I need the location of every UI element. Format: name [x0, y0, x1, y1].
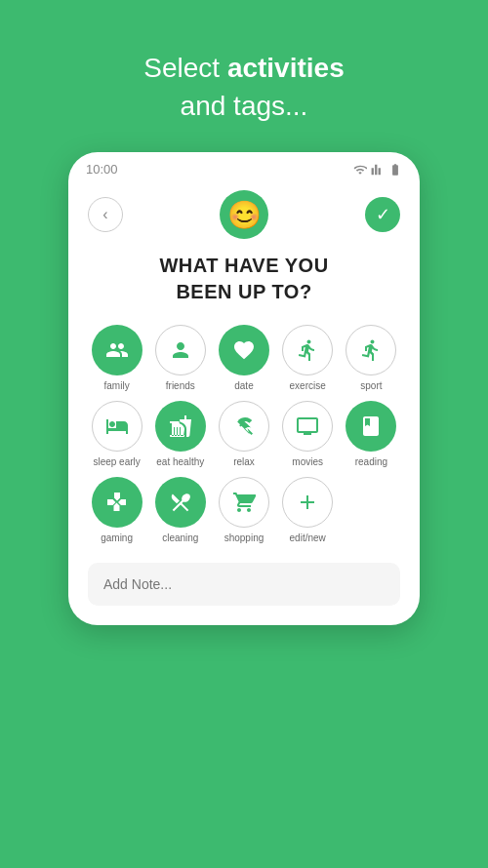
header-line1: Select [143, 53, 227, 83]
activity-label-family: family [104, 380, 130, 391]
note-input[interactable] [88, 563, 400, 606]
activity-label-movies: movies [292, 456, 323, 467]
wifi-icon [353, 163, 367, 177]
activity-item-date[interactable]: date [215, 325, 272, 391]
activity-item-shopping[interactable]: shopping [215, 477, 272, 543]
activity-item-cleaning[interactable]: cleaning [151, 477, 209, 543]
activity-item-eat-healthy[interactable]: eat healthy [151, 401, 209, 467]
activity-item-sleep-early[interactable]: sleep early [88, 401, 145, 467]
activity-label-edit-new: edit/new [290, 533, 326, 543]
activity-label-date: date [234, 380, 253, 391]
status-icons [353, 163, 402, 177]
activity-item-reading[interactable]: reading [343, 401, 400, 467]
activity-item-edit-new[interactable]: edit/new [279, 477, 337, 543]
activity-label-exercise: exercise [290, 380, 326, 391]
status-bar: 10:00 [68, 152, 420, 180]
question-text: WHAT HAVE YOUBEEN UP TO? [88, 253, 400, 305]
activity-item-exercise[interactable]: exercise [279, 325, 337, 391]
status-time: 10:00 [86, 162, 118, 177]
activity-circle-cleaning [155, 477, 206, 528]
activity-label-sleep-early: sleep early [93, 456, 140, 467]
activity-item-friends[interactable]: friends [151, 325, 209, 391]
activity-label-reading: reading [355, 456, 387, 467]
activity-circle-movies [282, 401, 333, 452]
activity-circle-sport [346, 325, 396, 375]
activity-circle-family [92, 325, 142, 375]
activity-label-gaming: gaming [101, 533, 133, 543]
activity-label-shopping: shopping [224, 533, 264, 543]
signal-icon [371, 163, 385, 177]
activity-circle-sleep-early [92, 401, 142, 452]
activity-circle-gaming [92, 477, 142, 528]
activity-circle-eat-healthy [155, 401, 206, 452]
emoji-face: 😊 [220, 190, 268, 239]
header-bold: activities [227, 53, 345, 83]
battery-icon [388, 163, 402, 177]
header-text: Select activities and tags... [143, 49, 344, 125]
activity-label-cleaning: cleaning [162, 533, 198, 543]
activity-item-gaming[interactable]: gaming [88, 477, 145, 543]
header-line2: and tags... [181, 91, 308, 121]
check-button[interactable]: ✓ [365, 197, 400, 232]
activity-circle-shopping [219, 477, 269, 528]
activity-label-sport: sport [360, 380, 382, 391]
activity-circle-edit-new [282, 477, 333, 528]
activity-circle-date [219, 325, 269, 375]
activity-item-relax[interactable]: relax [215, 401, 272, 467]
activity-label-relax: relax [233, 456, 255, 467]
activities-grid: familyfriendsdateexercisesportsleep earl… [88, 325, 400, 543]
activity-item-family[interactable]: family [88, 325, 145, 391]
phone-shell: 10:00 ‹ 😊 ✓ WHAT HAVE YOUBEEN UP TO? fam… [68, 152, 420, 625]
phone-content: ‹ 😊 ✓ WHAT HAVE YOUBEEN UP TO? familyfri… [68, 180, 420, 625]
activity-item-sport[interactable]: sport [343, 325, 400, 391]
activity-circle-exercise [282, 325, 333, 375]
top-nav: ‹ 😊 ✓ [88, 190, 400, 239]
activity-circle-friends [155, 325, 206, 375]
activity-label-friends: friends [166, 380, 195, 391]
activity-item-movies[interactable]: movies [279, 401, 337, 467]
back-button[interactable]: ‹ [88, 197, 123, 232]
activity-label-eat-healthy: eat healthy [156, 456, 204, 467]
activity-circle-reading [346, 401, 396, 452]
activity-circle-relax [219, 401, 269, 452]
